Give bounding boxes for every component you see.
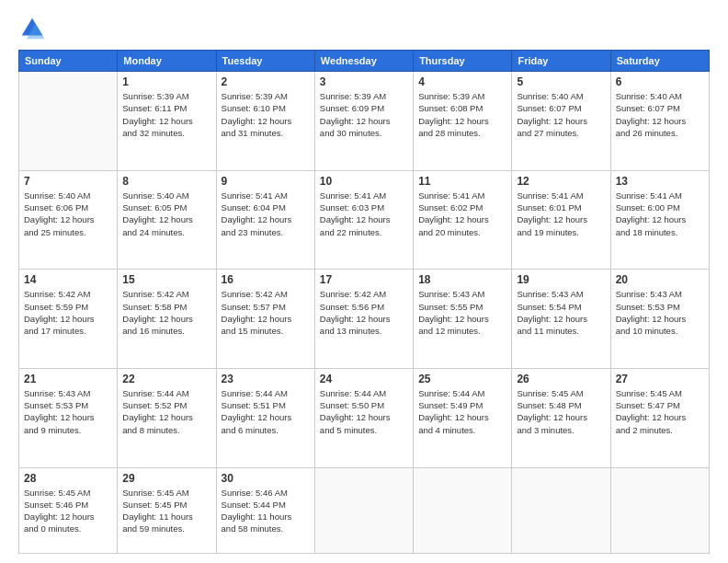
day-number: 15 (122, 273, 210, 286)
day-info: Sunrise: 5:39 AMSunset: 6:10 PMDaylight:… (222, 90, 310, 139)
calendar-cell: 3Sunrise: 5:39 AMSunset: 6:09 PMDaylight… (314, 72, 413, 171)
logo (18, 15, 50, 42)
day-info: Sunrise: 5:42 AMSunset: 5:58 PMDaylight:… (122, 288, 210, 337)
calendar-cell: 7Sunrise: 5:40 AMSunset: 6:06 PMDaylight… (19, 170, 118, 270)
calendar-cell: 29Sunrise: 5:45 AMSunset: 5:45 PMDayligh… (118, 467, 216, 554)
calendar-cell: 19Sunrise: 5:43 AMSunset: 5:54 PMDayligh… (512, 270, 610, 369)
day-info: Sunrise: 5:41 AMSunset: 6:02 PMDaylight:… (418, 190, 506, 238)
day-info: Sunrise: 5:40 AMSunset: 6:05 PMDaylight:… (122, 190, 210, 238)
day-number: 6 (616, 75, 704, 88)
day-info: Sunrise: 5:44 AMSunset: 5:51 PMDaylight:… (222, 387, 310, 436)
weekday-header-saturday: Saturday (610, 51, 709, 72)
weekday-header-friday: Friday (512, 51, 610, 72)
day-info: Sunrise: 5:43 AMSunset: 5:53 PMDaylight:… (24, 387, 112, 436)
calendar-cell (19, 72, 118, 171)
weekday-header-monday: Monday (118, 51, 216, 72)
calendar-cell: 10Sunrise: 5:41 AMSunset: 6:03 PMDayligh… (314, 170, 413, 270)
day-number: 22 (122, 373, 210, 385)
calendar-cell (512, 467, 610, 554)
day-number: 29 (122, 472, 210, 485)
day-info: Sunrise: 5:40 AMSunset: 6:07 PMDaylight:… (616, 90, 704, 139)
calendar-cell: 6Sunrise: 5:40 AMSunset: 6:07 PMDaylight… (610, 72, 709, 171)
calendar-cell: 25Sunrise: 5:44 AMSunset: 5:49 PMDayligh… (414, 368, 512, 467)
day-number: 8 (122, 175, 210, 188)
day-info: Sunrise: 5:40 AMSunset: 6:07 PMDaylight:… (517, 90, 605, 139)
day-number: 11 (418, 175, 506, 188)
day-info: Sunrise: 5:45 AMSunset: 5:48 PMDaylight:… (517, 387, 605, 436)
day-info: Sunrise: 5:45 AMSunset: 5:45 PMDaylight:… (122, 487, 210, 535)
day-info: Sunrise: 5:44 AMSunset: 5:50 PMDaylight:… (320, 387, 408, 436)
day-info: Sunrise: 5:39 AMSunset: 6:09 PMDaylight:… (320, 90, 408, 139)
calendar-cell: 8Sunrise: 5:40 AMSunset: 6:05 PMDaylight… (118, 170, 216, 270)
day-info: Sunrise: 5:43 AMSunset: 5:53 PMDaylight:… (616, 288, 704, 337)
day-number: 10 (320, 175, 408, 188)
calendar-cell: 30Sunrise: 5:46 AMSunset: 5:44 PMDayligh… (216, 467, 314, 554)
day-number: 5 (517, 75, 605, 88)
day-number: 18 (418, 273, 506, 286)
day-number: 20 (616, 273, 704, 286)
day-number: 17 (320, 273, 408, 286)
day-number: 7 (24, 175, 112, 188)
calendar-cell: 21Sunrise: 5:43 AMSunset: 5:53 PMDayligh… (19, 368, 118, 467)
calendar-cell: 5Sunrise: 5:40 AMSunset: 6:07 PMDaylight… (512, 72, 610, 171)
weekday-header-thursday: Thursday (414, 51, 512, 72)
calendar-cell (414, 467, 512, 554)
day-number: 13 (616, 175, 704, 188)
calendar-cell: 12Sunrise: 5:41 AMSunset: 6:01 PMDayligh… (512, 170, 610, 270)
week-row-1: 1Sunrise: 5:39 AMSunset: 6:11 PMDaylight… (19, 72, 710, 171)
calendar-cell: 14Sunrise: 5:42 AMSunset: 5:59 PMDayligh… (19, 270, 118, 369)
day-info: Sunrise: 5:45 AMSunset: 5:47 PMDaylight:… (616, 387, 704, 436)
calendar-cell: 20Sunrise: 5:43 AMSunset: 5:53 PMDayligh… (610, 270, 709, 369)
logo-icon (18, 15, 46, 42)
day-info: Sunrise: 5:44 AMSunset: 5:52 PMDaylight:… (122, 387, 210, 436)
day-number: 9 (222, 175, 310, 188)
calendar-cell: 22Sunrise: 5:44 AMSunset: 5:52 PMDayligh… (118, 368, 216, 467)
day-number: 28 (24, 472, 112, 485)
calendar-cell (314, 467, 413, 554)
day-info: Sunrise: 5:41 AMSunset: 6:01 PMDaylight:… (517, 190, 605, 238)
day-info: Sunrise: 5:43 AMSunset: 5:55 PMDaylight:… (418, 288, 506, 337)
day-info: Sunrise: 5:42 AMSunset: 5:59 PMDaylight:… (24, 288, 112, 337)
weekday-header-row: SundayMondayTuesdayWednesdayThursdayFrid… (19, 51, 710, 72)
day-number: 2 (222, 75, 310, 88)
calendar-cell: 4Sunrise: 5:39 AMSunset: 6:08 PMDaylight… (414, 72, 512, 171)
day-info: Sunrise: 5:42 AMSunset: 5:57 PMDaylight:… (222, 288, 310, 337)
day-info: Sunrise: 5:41 AMSunset: 6:00 PMDaylight:… (616, 190, 704, 238)
day-number: 21 (24, 373, 112, 385)
day-info: Sunrise: 5:44 AMSunset: 5:49 PMDaylight:… (418, 387, 506, 436)
calendar-cell: 28Sunrise: 5:45 AMSunset: 5:46 PMDayligh… (19, 467, 118, 554)
calendar-cell: 15Sunrise: 5:42 AMSunset: 5:58 PMDayligh… (118, 270, 216, 369)
day-number: 4 (418, 75, 506, 88)
day-number: 1 (122, 75, 210, 88)
week-row-2: 7Sunrise: 5:40 AMSunset: 6:06 PMDaylight… (19, 170, 710, 270)
day-number: 16 (222, 273, 310, 286)
page: SundayMondayTuesdayWednesdayThursdayFrid… (0, 0, 728, 563)
day-info: Sunrise: 5:45 AMSunset: 5:46 PMDaylight:… (24, 487, 112, 535)
calendar-cell: 16Sunrise: 5:42 AMSunset: 5:57 PMDayligh… (216, 270, 314, 369)
header (18, 15, 710, 42)
day-number: 23 (222, 373, 310, 385)
calendar-table: SundayMondayTuesdayWednesdayThursdayFrid… (18, 50, 710, 554)
day-number: 27 (616, 373, 704, 385)
day-number: 30 (222, 472, 310, 485)
day-info: Sunrise: 5:42 AMSunset: 5:56 PMDaylight:… (320, 288, 408, 337)
week-row-4: 21Sunrise: 5:43 AMSunset: 5:53 PMDayligh… (19, 368, 710, 467)
calendar-cell (610, 467, 709, 554)
day-number: 26 (517, 373, 605, 385)
calendar-cell: 9Sunrise: 5:41 AMSunset: 6:04 PMDaylight… (216, 170, 314, 270)
day-number: 25 (418, 373, 506, 385)
day-number: 19 (517, 273, 605, 286)
calendar-cell: 2Sunrise: 5:39 AMSunset: 6:10 PMDaylight… (216, 72, 314, 171)
calendar-cell: 24Sunrise: 5:44 AMSunset: 5:50 PMDayligh… (314, 368, 413, 467)
day-info: Sunrise: 5:43 AMSunset: 5:54 PMDaylight:… (517, 288, 605, 337)
calendar-cell: 26Sunrise: 5:45 AMSunset: 5:48 PMDayligh… (512, 368, 610, 467)
day-info: Sunrise: 5:39 AMSunset: 6:11 PMDaylight:… (122, 90, 210, 139)
day-number: 3 (320, 75, 408, 88)
calendar-cell: 1Sunrise: 5:39 AMSunset: 6:11 PMDaylight… (118, 72, 216, 171)
week-row-3: 14Sunrise: 5:42 AMSunset: 5:59 PMDayligh… (19, 270, 710, 369)
weekday-header-sunday: Sunday (19, 51, 118, 72)
day-number: 14 (24, 273, 112, 286)
calendar-cell: 27Sunrise: 5:45 AMSunset: 5:47 PMDayligh… (610, 368, 709, 467)
day-info: Sunrise: 5:39 AMSunset: 6:08 PMDaylight:… (418, 90, 506, 139)
calendar-cell: 18Sunrise: 5:43 AMSunset: 5:55 PMDayligh… (414, 270, 512, 369)
